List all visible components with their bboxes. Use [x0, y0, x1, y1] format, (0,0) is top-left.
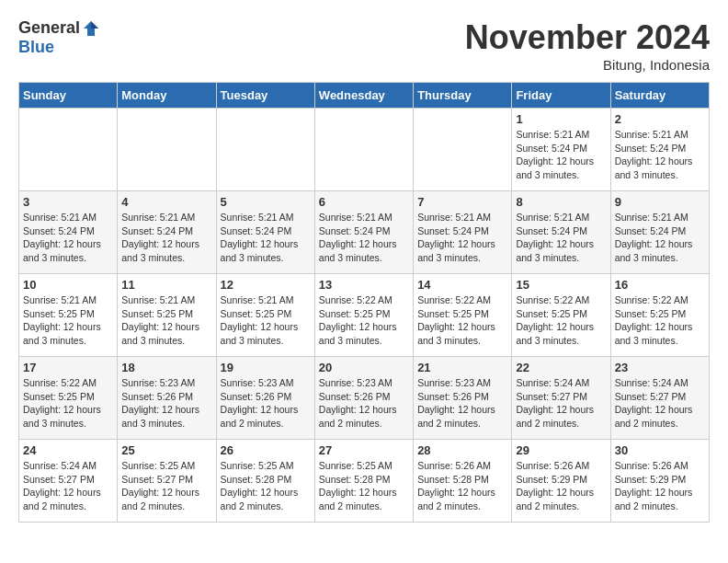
day-number: 7: [417, 195, 507, 209]
calendar-cell: 6Sunrise: 5:21 AMSunset: 5:24 PMDaylight…: [314, 191, 413, 274]
calendar-cell: 17Sunrise: 5:22 AMSunset: 5:25 PMDayligh…: [19, 357, 118, 440]
page-header: General Blue November 2024 Bitung, Indon…: [18, 18, 710, 73]
day-info: Sunrise: 5:23 AMSunset: 5:26 PMDaylight:…: [417, 376, 507, 431]
day-info: Sunrise: 5:24 AMSunset: 5:27 PMDaylight:…: [516, 376, 606, 431]
day-info: Sunrise: 5:21 AMSunset: 5:24 PMDaylight:…: [319, 211, 409, 265]
day-number: 13: [319, 278, 409, 292]
day-number: 4: [121, 195, 211, 209]
day-info: Sunrise: 5:21 AMSunset: 5:24 PMDaylight:…: [516, 128, 606, 182]
day-info: Sunrise: 5:21 AMSunset: 5:24 PMDaylight:…: [615, 128, 705, 182]
day-info: Sunrise: 5:22 AMSunset: 5:25 PMDaylight:…: [23, 376, 113, 431]
calendar-cell: 16Sunrise: 5:22 AMSunset: 5:25 PMDayligh…: [610, 274, 709, 357]
day-info: Sunrise: 5:25 AMSunset: 5:27 PMDaylight:…: [121, 459, 211, 513]
logo: General Blue: [18, 18, 100, 57]
day-number: 17: [23, 361, 113, 374]
header-cell-sunday: Sunday: [19, 83, 118, 109]
day-info: Sunrise: 5:23 AMSunset: 5:26 PMDaylight:…: [121, 376, 211, 431]
calendar-week-5: 24Sunrise: 5:24 AMSunset: 5:27 PMDayligh…: [19, 440, 710, 523]
day-number: 6: [319, 195, 409, 209]
day-info: Sunrise: 5:26 AMSunset: 5:28 PMDaylight:…: [417, 459, 507, 513]
calendar-cell: 19Sunrise: 5:23 AMSunset: 5:26 PMDayligh…: [216, 357, 314, 440]
calendar-cell: 30Sunrise: 5:26 AMSunset: 5:29 PMDayligh…: [610, 440, 709, 523]
location: Bitung, Indonesia: [465, 57, 710, 73]
day-number: 20: [319, 361, 409, 374]
day-number: 19: [221, 361, 311, 374]
calendar-cell: 15Sunrise: 5:22 AMSunset: 5:25 PMDayligh…: [512, 274, 610, 357]
day-number: 12: [221, 278, 311, 292]
day-info: Sunrise: 5:22 AMSunset: 5:25 PMDaylight:…: [516, 293, 606, 348]
day-info: Sunrise: 5:22 AMSunset: 5:25 PMDaylight:…: [319, 293, 409, 348]
day-info: Sunrise: 5:21 AMSunset: 5:25 PMDaylight:…: [221, 293, 311, 348]
calendar-cell: 4Sunrise: 5:21 AMSunset: 5:24 PMDaylight…: [118, 191, 216, 274]
calendar-cell: [414, 109, 512, 191]
day-number: 14: [417, 278, 507, 292]
day-number: 27: [319, 443, 409, 457]
header-cell-tuesday: Tuesday: [216, 83, 314, 109]
calendar-cell: 5Sunrise: 5:21 AMSunset: 5:24 PMDaylight…: [216, 191, 314, 274]
calendar-cell: 26Sunrise: 5:25 AMSunset: 5:28 PMDayligh…: [216, 440, 314, 523]
calendar-cell: 2Sunrise: 5:21 AMSunset: 5:24 PMDaylight…: [610, 109, 709, 191]
day-info: Sunrise: 5:23 AMSunset: 5:26 PMDaylight:…: [221, 376, 311, 431]
calendar-cell: [314, 109, 413, 191]
calendar-week-1: 1Sunrise: 5:21 AMSunset: 5:24 PMDaylight…: [19, 109, 710, 191]
calendar-cell: 11Sunrise: 5:21 AMSunset: 5:25 PMDayligh…: [118, 274, 216, 357]
calendar-week-4: 17Sunrise: 5:22 AMSunset: 5:25 PMDayligh…: [19, 357, 710, 440]
day-number: 22: [516, 361, 606, 374]
day-info: Sunrise: 5:25 AMSunset: 5:28 PMDaylight:…: [319, 459, 409, 513]
calendar-cell: [118, 109, 216, 191]
calendar-header: SundayMondayTuesdayWednesdayThursdayFrid…: [19, 83, 710, 109]
header-cell-friday: Friday: [512, 83, 610, 109]
day-info: Sunrise: 5:21 AMSunset: 5:24 PMDaylight:…: [121, 211, 211, 265]
day-number: 24: [23, 443, 113, 457]
calendar-cell: 27Sunrise: 5:25 AMSunset: 5:28 PMDayligh…: [314, 440, 413, 523]
calendar-cell: 28Sunrise: 5:26 AMSunset: 5:28 PMDayligh…: [414, 440, 512, 523]
calendar-cell: 7Sunrise: 5:21 AMSunset: 5:24 PMDaylight…: [414, 191, 512, 274]
header-cell-saturday: Saturday: [610, 83, 709, 109]
day-number: 28: [417, 443, 507, 457]
calendar-cell: 25Sunrise: 5:25 AMSunset: 5:27 PMDayligh…: [118, 440, 216, 523]
day-number: 8: [516, 195, 606, 209]
day-info: Sunrise: 5:21 AMSunset: 5:24 PMDaylight:…: [23, 211, 113, 265]
header-row: SundayMondayTuesdayWednesdayThursdayFrid…: [19, 83, 710, 109]
day-info: Sunrise: 5:21 AMSunset: 5:24 PMDaylight:…: [615, 211, 705, 265]
day-info: Sunrise: 5:25 AMSunset: 5:28 PMDaylight:…: [221, 459, 311, 513]
day-number: 1: [516, 112, 606, 126]
calendar-cell: 14Sunrise: 5:22 AMSunset: 5:25 PMDayligh…: [414, 274, 512, 357]
day-number: 11: [121, 278, 211, 292]
calendar-cell: 10Sunrise: 5:21 AMSunset: 5:25 PMDayligh…: [19, 274, 118, 357]
day-info: Sunrise: 5:21 AMSunset: 5:25 PMDaylight:…: [121, 293, 211, 348]
header-cell-thursday: Thursday: [414, 83, 512, 109]
day-number: 16: [615, 278, 705, 292]
calendar-cell: 23Sunrise: 5:24 AMSunset: 5:27 PMDayligh…: [610, 357, 709, 440]
day-info: Sunrise: 5:23 AMSunset: 5:26 PMDaylight:…: [319, 376, 409, 431]
calendar-cell: [216, 109, 314, 191]
day-number: 21: [417, 361, 507, 374]
calendar-cell: 22Sunrise: 5:24 AMSunset: 5:27 PMDayligh…: [512, 357, 610, 440]
calendar-cell: 1Sunrise: 5:21 AMSunset: 5:24 PMDaylight…: [512, 109, 610, 191]
header-cell-wednesday: Wednesday: [314, 83, 413, 109]
day-info: Sunrise: 5:21 AMSunset: 5:25 PMDaylight:…: [23, 293, 113, 348]
day-number: 25: [121, 443, 211, 457]
day-number: 3: [23, 195, 113, 209]
day-info: Sunrise: 5:26 AMSunset: 5:29 PMDaylight:…: [615, 459, 705, 513]
day-info: Sunrise: 5:24 AMSunset: 5:27 PMDaylight:…: [23, 459, 113, 513]
day-info: Sunrise: 5:22 AMSunset: 5:25 PMDaylight:…: [615, 293, 705, 348]
svg-marker-1: [91, 21, 98, 29]
calendar-cell: 12Sunrise: 5:21 AMSunset: 5:25 PMDayligh…: [216, 274, 314, 357]
day-number: 15: [516, 278, 606, 292]
calendar-week-3: 10Sunrise: 5:21 AMSunset: 5:25 PMDayligh…: [19, 274, 710, 357]
logo-icon: [82, 19, 100, 38]
calendar-cell: [19, 109, 118, 191]
day-info: Sunrise: 5:24 AMSunset: 5:27 PMDaylight:…: [615, 376, 705, 431]
calendar-cell: 20Sunrise: 5:23 AMSunset: 5:26 PMDayligh…: [314, 357, 413, 440]
header-cell-monday: Monday: [118, 83, 216, 109]
day-info: Sunrise: 5:22 AMSunset: 5:25 PMDaylight:…: [417, 293, 507, 348]
calendar-cell: 18Sunrise: 5:23 AMSunset: 5:26 PMDayligh…: [118, 357, 216, 440]
calendar-cell: 8Sunrise: 5:21 AMSunset: 5:24 PMDaylight…: [512, 191, 610, 274]
logo-general-text: General: [18, 18, 80, 38]
day-info: Sunrise: 5:26 AMSunset: 5:29 PMDaylight:…: [516, 459, 606, 513]
calendar-cell: 3Sunrise: 5:21 AMSunset: 5:24 PMDaylight…: [19, 191, 118, 274]
day-number: 9: [615, 195, 705, 209]
calendar-body: 1Sunrise: 5:21 AMSunset: 5:24 PMDaylight…: [19, 109, 710, 523]
day-number: 2: [615, 112, 705, 126]
